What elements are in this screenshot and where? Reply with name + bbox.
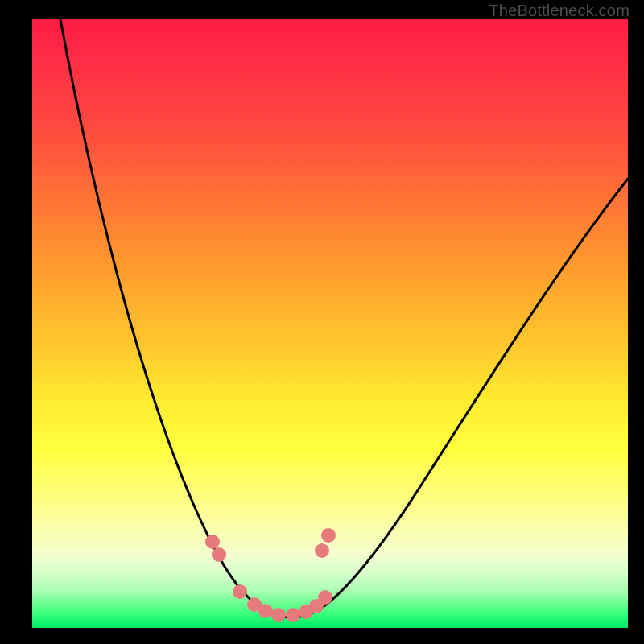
data-marker — [258, 604, 273, 618]
curve-left-branch — [60, 19, 290, 617]
data-marker — [286, 608, 300, 622]
data-marker — [205, 535, 220, 549]
data-marker — [318, 590, 332, 605]
chart-frame: TheBottleneck.com — [0, 0, 644, 644]
plot-area — [32, 19, 628, 628]
attribution-label: TheBottleneck.com — [489, 2, 630, 20]
chart-overlay — [32, 19, 628, 628]
marker-group — [205, 528, 336, 622]
data-marker — [233, 584, 247, 599]
data-marker — [271, 608, 286, 622]
data-marker — [212, 547, 226, 562]
curve-right-branch — [290, 179, 628, 617]
data-marker — [321, 528, 336, 543]
data-marker — [315, 543, 329, 558]
